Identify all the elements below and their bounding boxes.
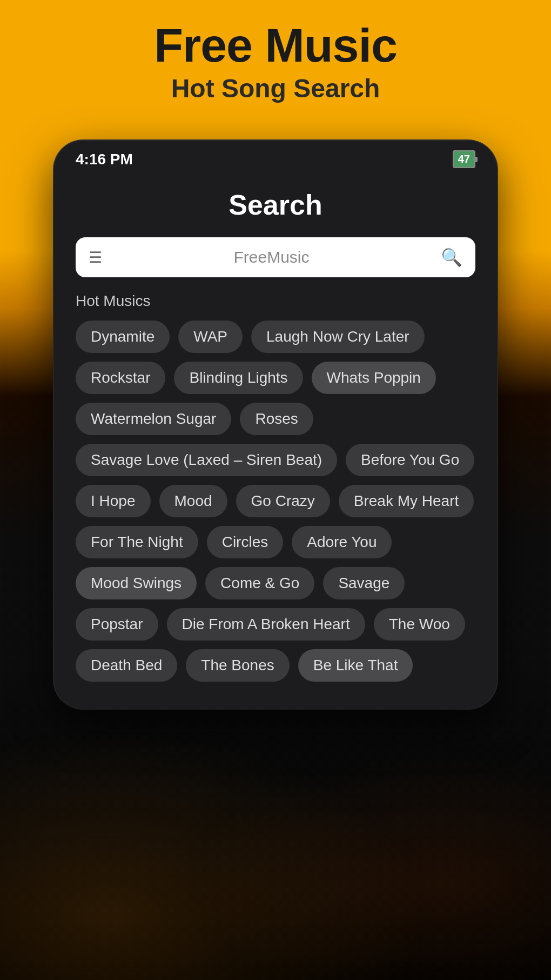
phone-wrapper: 4:16 PM 47 Search ☰ FreeMusic 🔍 Hot Musi… (54, 141, 497, 941)
tag-popstar[interactable]: Popstar (76, 608, 158, 641)
tag-laugh-now[interactable]: Laugh Now Cry Later (251, 321, 425, 353)
tag-break-my-heart[interactable]: Break My Heart (339, 485, 474, 517)
status-time: 4:16 PM (76, 151, 133, 168)
tag-wap[interactable]: WAP (178, 321, 243, 353)
status-bar: 4:16 PM 47 (54, 141, 497, 172)
tag-rockstar[interactable]: Rockstar (76, 362, 165, 394)
tag-mood[interactable]: Mood (159, 485, 227, 517)
tag-death-bed[interactable]: Death Bed (76, 649, 177, 682)
tag-blinding-lights[interactable]: Blinding Lights (174, 362, 303, 394)
sub-title: Hot Song Search (0, 74, 551, 103)
tag-for-the-night[interactable]: For The Night (76, 526, 198, 558)
tags-container: DynamiteWAPLaugh Now Cry LaterRockstarBl… (76, 321, 475, 682)
search-icon[interactable]: 🔍 (441, 247, 462, 268)
phone-frame: 4:16 PM 47 Search ☰ FreeMusic 🔍 Hot Musi… (54, 141, 497, 709)
battery-icon: 47 (453, 150, 475, 168)
tag-come-go[interactable]: Come & Go (205, 567, 314, 599)
menu-icon[interactable]: ☰ (89, 249, 102, 266)
phone-content: Search ☰ FreeMusic 🔍 Hot Musics Dynamite… (54, 172, 497, 709)
header-section: Free Music Hot Song Search (0, 0, 551, 119)
tag-the-bones[interactable]: The Bones (186, 649, 289, 682)
tag-savage[interactable]: Savage (323, 567, 405, 599)
tag-the-woo[interactable]: The Woo (374, 608, 465, 641)
tag-dynamite[interactable]: Dynamite (76, 321, 170, 353)
tag-go-crazy[interactable]: Go Crazy (236, 485, 330, 517)
main-title: Free Music (0, 22, 551, 69)
tag-whats-poppin[interactable]: Whats Poppin (312, 362, 436, 394)
hot-musics-label: Hot Musics (76, 292, 475, 310)
tag-before-you-go[interactable]: Before You Go (346, 444, 474, 476)
page-title: Search (76, 189, 475, 221)
status-icons: 47 (453, 150, 475, 168)
tag-savage-love[interactable]: Savage Love (Laxed – Siren Beat) (76, 444, 337, 476)
tag-roses[interactable]: Roses (240, 403, 313, 435)
search-input-display[interactable]: FreeMusic (111, 248, 432, 266)
tag-mood-swings[interactable]: Mood Swings (76, 567, 197, 599)
tag-die-from[interactable]: Die From A Broken Heart (167, 608, 365, 641)
tag-be-like-that[interactable]: Be Like That (298, 649, 413, 682)
search-bar[interactable]: ☰ FreeMusic 🔍 (76, 237, 475, 277)
tag-watermelon-sugar[interactable]: Watermelon Sugar (76, 403, 231, 435)
tag-adore-you[interactable]: Adore You (292, 526, 392, 558)
tag-circles[interactable]: Circles (207, 526, 284, 558)
tag-i-hope[interactable]: I Hope (76, 485, 151, 517)
